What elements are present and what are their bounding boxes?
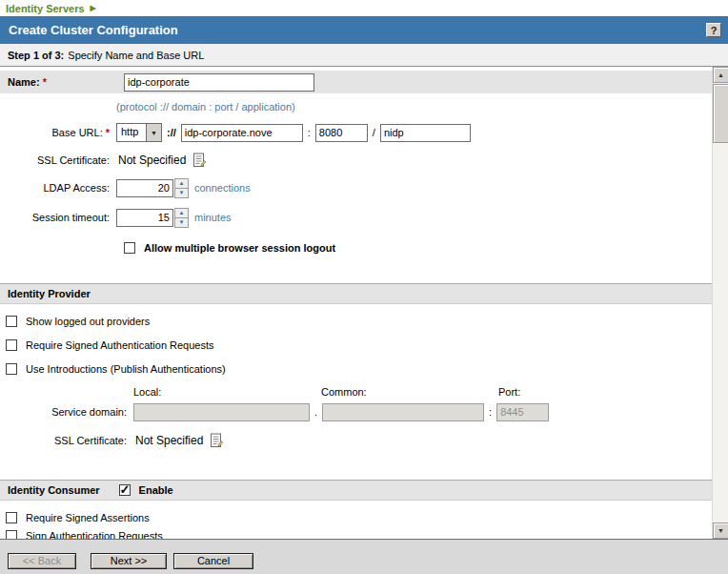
idp-ssl-certificate-value: Not Specified <box>135 434 203 447</box>
common-column-label: Common: <box>321 386 498 400</box>
certificate-page-icon <box>192 153 207 168</box>
identity-consumer-enable-label: Enable <box>139 484 173 496</box>
scroll-up-icon: ▲ <box>718 72 724 78</box>
page-title: Create Cluster Configuration <box>9 23 178 37</box>
session-timeout-input[interactable] <box>116 209 173 227</box>
port-input[interactable] <box>315 124 368 142</box>
service-domain-row: Service domain: . : <box>0 400 712 423</box>
ldap-access-spinner: ▲ ▼ <box>174 178 189 198</box>
show-logged-out-providers-row: Show logged out providers <box>0 309 712 333</box>
session-timeout-unit: minutes <box>194 212 232 223</box>
idp-ssl-certificate-row: SSL Certificate: Not Specified <box>0 431 712 450</box>
service-domain-common-input <box>322 403 484 421</box>
scroll-down-icon: ▼ <box>718 527 724 534</box>
step-indicator: Step 1 of 3: <box>8 50 64 61</box>
required-marker: * <box>106 127 110 138</box>
url-app-separator: / <box>373 127 375 138</box>
dropdown-arrow-icon[interactable]: ▼ <box>146 124 161 141</box>
service-domain-colon-separator: : <box>489 406 492 418</box>
spin-up-button[interactable]: ▲ <box>174 178 189 189</box>
step-bar: Step 1 of 3: Specify Name and Base URL <box>0 44 728 67</box>
required-marker: * <box>43 76 47 88</box>
name-input[interactable] <box>124 73 314 92</box>
application-input[interactable] <box>380 124 471 142</box>
vertical-scrollbar[interactable]: ▲ ▼ <box>712 67 728 539</box>
checkbox-label: Require Signed Authentication Requests <box>26 339 214 351</box>
base-url-row: Base URL:* http ▼ :// : / <box>0 122 712 143</box>
ldap-access-label: LDAP Access: <box>0 182 110 194</box>
sign-auth-requests-checkbox[interactable] <box>6 530 17 539</box>
spin-down-button[interactable]: ▼ <box>174 189 189 198</box>
protocol-select[interactable]: http ▼ <box>116 123 162 142</box>
base-url-hint: (protocol :// domain : port / applicatio… <box>0 99 712 113</box>
step-description: Specify Name and Base URL <box>68 50 204 61</box>
cancel-button[interactable]: Cancel <box>173 553 253 569</box>
ssl-certificate-value: Not Specified <box>118 154 186 167</box>
name-label: Name:* <box>8 76 124 88</box>
use-introductions-checkbox[interactable] <box>6 363 17 375</box>
breadcrumb: Identity Servers ▶ <box>0 0 728 16</box>
service-domain-local-input <box>133 403 310 421</box>
select-certificate-button[interactable] <box>192 153 208 169</box>
ssl-certificate-label: SSL Certificate: <box>0 154 110 166</box>
scroll-down-button[interactable]: ▼ <box>713 523 728 539</box>
port-column-label: Port: <box>498 386 551 400</box>
ldap-access-unit: connections <box>194 182 251 194</box>
service-domain-column-headers: Local: Common: Port: <box>0 386 712 400</box>
multi-logout-row: Allow multiple browser session logout <box>0 240 712 255</box>
name-row: Name:* <box>0 71 712 93</box>
checkbox-label: Use Introductions (Publish Authenticatio… <box>26 363 226 375</box>
select-certificate-button[interactable] <box>209 433 225 449</box>
checkbox-label: Sign Authentication Requests <box>26 530 163 539</box>
ldap-access-row: LDAP Access: ▲ ▼ connections <box>0 176 712 199</box>
base-url-label: Base URL:* <box>0 127 110 138</box>
scrollbar-thumb[interactable] <box>713 84 728 143</box>
certificate-page-icon <box>210 433 224 448</box>
breadcrumb-identity-servers[interactable]: Identity Servers <box>6 3 85 14</box>
next-button[interactable]: Next >> <box>91 553 167 569</box>
require-signed-auth-requests-checkbox[interactable] <box>6 339 17 351</box>
multi-logout-checkbox[interactable] <box>124 242 135 254</box>
spin-down-button[interactable]: ▼ <box>174 218 189 228</box>
name-label-text: Name: <box>8 76 40 88</box>
multi-logout-label: Allow multiple browser session logout <box>144 242 335 254</box>
page-title-bar: Create Cluster Configuration ? <box>0 16 728 44</box>
identity-consumer-section-header: Identity Consumer Enable <box>0 480 712 501</box>
show-logged-out-providers-checkbox[interactable] <box>6 316 17 327</box>
url-protocol-separator: :// <box>167 127 176 138</box>
checkbox-label: Require Signed Assertions <box>26 512 150 523</box>
local-column-label: Local: <box>133 386 321 400</box>
session-timeout-spinner: ▲ ▼ <box>174 208 189 228</box>
help-button[interactable]: ? <box>706 23 721 37</box>
idp-ssl-certificate-label: SSL Certificate: <box>0 435 127 446</box>
url-port-separator: : <box>308 127 311 138</box>
service-domain-port-input <box>496 403 549 421</box>
identity-provider-section-header: Identity Provider <box>0 283 712 304</box>
footer-bar: << Back Next >> Cancel <box>0 539 728 574</box>
ldap-access-input[interactable] <box>116 179 173 197</box>
identity-consumer-title: Identity Consumer <box>8 484 100 496</box>
service-domain-label: Service domain: <box>0 406 127 418</box>
identity-consumer-enable-checkbox[interactable] <box>119 484 131 496</box>
session-timeout-label: Session timeout: <box>0 212 110 223</box>
domain-input[interactable] <box>181 124 303 142</box>
sign-auth-requests-row: Sign Authentication Requests <box>0 529 712 539</box>
spin-up-button[interactable]: ▲ <box>174 208 189 218</box>
ssl-certificate-row: SSL Certificate: Not Specified <box>0 151 712 170</box>
base-url-hint-text: (protocol :// domain : port / applicatio… <box>116 101 295 113</box>
use-introductions-row: Use Introductions (Publish Authenticatio… <box>0 357 712 380</box>
require-signed-assertions-checkbox[interactable] <box>6 512 17 523</box>
back-button: << Back <box>8 553 76 569</box>
form-content: Name:* (protocol :// domain : port / app… <box>0 67 728 539</box>
checkbox-label: Show logged out providers <box>26 316 150 327</box>
scroll-up-button[interactable]: ▲ <box>713 67 728 83</box>
service-domain-dot-separator: . <box>314 406 317 418</box>
create-cluster-configuration-page: Identity Servers ▶ Create Cluster Config… <box>0 0 728 574</box>
require-signed-assertions-row: Require Signed Assertions <box>0 505 712 529</box>
protocol-value: http <box>117 124 146 141</box>
require-signed-auth-requests-row: Require Signed Authentication Requests <box>0 333 712 357</box>
session-timeout-row: Session timeout: ▲ ▼ minutes <box>0 206 712 229</box>
breadcrumb-arrow-icon: ▶ <box>91 5 96 12</box>
identity-provider-title: Identity Provider <box>8 288 91 299</box>
base-url-label-text: Base URL: <box>52 127 103 138</box>
